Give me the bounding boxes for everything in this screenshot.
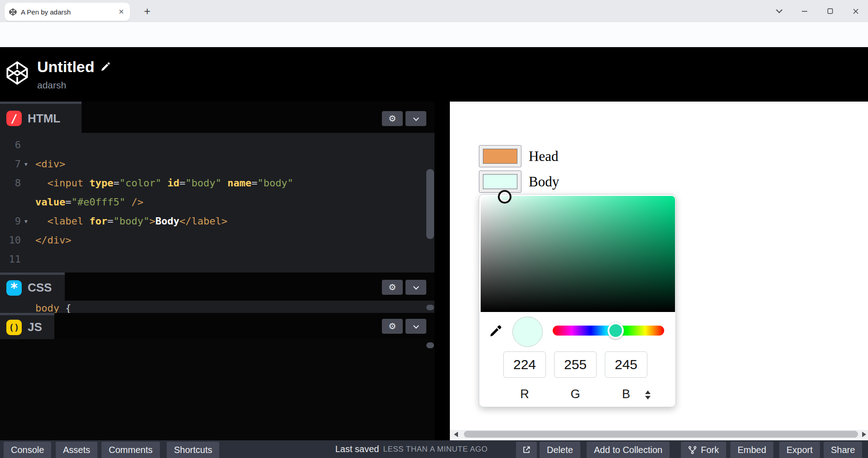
preview-horizontal-scrollbar[interactable] <box>450 430 868 439</box>
browser-nav-bar: codepen.io/adarsh-gupta101/pen/bGJmEmP?e… <box>0 22 868 47</box>
new-tab-button[interactable]: + <box>141 5 153 17</box>
css-editor-tab: * CSS <box>0 273 65 301</box>
code-line[interactable]: 8 <input type="color" id="body" name="bo… <box>0 174 434 193</box>
assets-button[interactable]: Assets <box>56 442 97 458</box>
saturation-value-gradient[interactable] <box>481 196 675 312</box>
eyedropper-icon[interactable] <box>488 322 504 339</box>
window-maximize-button[interactable] <box>820 0 840 22</box>
tab-search-icon[interactable] <box>769 0 790 22</box>
open-preview-button[interactable] <box>516 442 537 458</box>
js-code-editor[interactable] <box>0 339 434 440</box>
html-editor-tab: / HTML <box>0 102 82 133</box>
js-editor-scrollbar[interactable] <box>426 342 434 348</box>
last-saved-status: Last saved LESS THAN A MINUTE AGO <box>335 440 488 458</box>
gradient-selector-circle[interactable] <box>498 190 511 204</box>
share-button[interactable]: Share <box>824 442 862 458</box>
footer-bar: Console Assets Comments Shortcuts Last s… <box>0 440 868 458</box>
scroll-left-arrow[interactable] <box>454 432 458 437</box>
tab-close-icon[interactable]: ✕ <box>117 8 125 16</box>
export-button[interactable]: Export <box>779 442 820 458</box>
codepen-logo[interactable] <box>5 60 29 88</box>
js-settings-button[interactable]: ⚙ <box>382 319 403 334</box>
head-color-input[interactable] <box>479 145 521 167</box>
line-number: 11 <box>0 250 21 269</box>
add-to-collection-button[interactable]: Add to Collection <box>587 442 670 458</box>
blue-label: B <box>605 387 647 401</box>
code-token <box>125 196 131 208</box>
current-color-swatch <box>512 317 543 347</box>
html-icon: / <box>6 111 22 126</box>
code-token: = <box>113 177 119 189</box>
hue-slider-thumb[interactable] <box>608 322 624 339</box>
html-code-editor[interactable]: 67▼<div>8 <input type="color" id="body" … <box>0 133 434 273</box>
window-minimize-button[interactable] <box>794 0 815 22</box>
code-token: "body" <box>185 177 221 189</box>
window-close-button[interactable] <box>845 0 866 22</box>
red-value-input[interactable] <box>503 351 546 378</box>
panel-resize-gutter[interactable] <box>434 102 450 440</box>
js-editor-tab: () JS <box>0 313 54 339</box>
fork-button[interactable]: Fork <box>681 442 726 458</box>
code-token: = <box>65 196 71 208</box>
code-token: = <box>251 177 257 189</box>
code-line[interactable]: 10</div> <box>0 231 434 250</box>
code-line[interactable]: 11 <box>0 250 434 269</box>
code-line[interactable]: 7▼<div> <box>0 155 434 174</box>
green-label: G <box>554 387 597 401</box>
code-token: <label <box>35 215 89 227</box>
codepen-header: Untitled adarsh Save ⚙ Settings <box>0 47 868 102</box>
browser-tab-bar: A Pen by adarsh ✕ + <box>0 0 868 22</box>
html-settings-button[interactable]: ⚙ <box>382 111 403 126</box>
scrollbar-thumb[interactable] <box>464 431 858 438</box>
css-editor-scrollbar[interactable] <box>426 305 434 310</box>
html-collapse-button[interactable] <box>405 111 426 126</box>
fold-caret-icon[interactable]: ▼ <box>24 212 28 231</box>
code-line[interactable]: 6 <box>0 136 434 155</box>
blue-value-input[interactable] <box>605 351 647 378</box>
tab-title: A Pen by adarsh <box>21 8 117 16</box>
codepen-tab-icon <box>9 8 17 16</box>
code-token: id <box>167 177 179 189</box>
js-collapse-button[interactable] <box>405 319 426 334</box>
code-token <box>222 177 227 189</box>
external-link-icon <box>522 445 531 454</box>
code-token: </div> <box>35 234 71 246</box>
code-line[interactable]: value="#e0fff5" /> <box>0 193 434 212</box>
code-token: = <box>179 177 185 189</box>
code-token: "body" <box>257 177 293 189</box>
embed-button[interactable]: Embed <box>730 442 773 458</box>
scroll-right-arrow[interactable] <box>862 432 866 437</box>
color-format-toggle[interactable] <box>645 390 651 400</box>
css-settings-button[interactable]: ⚙ <box>382 280 403 295</box>
pen-author: adarsh <box>37 80 66 91</box>
code-token: type <box>89 177 113 189</box>
red-label: R <box>503 387 546 401</box>
comments-button[interactable]: Comments <box>101 442 160 458</box>
code-token: Body <box>155 215 179 227</box>
line-number: 7 <box>0 155 21 174</box>
code-token: = <box>107 215 113 227</box>
console-button[interactable]: Console <box>4 442 51 458</box>
delete-button[interactable]: Delete <box>540 442 580 458</box>
code-line[interactable]: 9▼ <label for="body">Body</label> <box>0 212 434 231</box>
green-value-input[interactable] <box>554 351 597 378</box>
fold-caret-icon[interactable]: ▼ <box>24 155 28 174</box>
code-token: for <box>89 215 107 227</box>
line-number: 10 <box>0 231 21 250</box>
js-icon: () <box>6 320 22 335</box>
browser-tab[interactable]: A Pen by adarsh ✕ <box>5 3 130 21</box>
editor-column: / HTML ⚙ 67▼<div>8 <input type="color" i… <box>0 102 434 440</box>
code-token: "color" <box>119 177 161 189</box>
shortcuts-button[interactable]: Shortcuts <box>167 442 219 458</box>
hue-slider[interactable] <box>553 326 664 336</box>
screen: A Pen by adarsh ✕ + codepen.io/adarsh-gu… <box>0 0 868 458</box>
code-token: value <box>35 196 65 208</box>
css-code-editor[interactable]: body { <box>0 301 434 313</box>
edit-title-pencil-icon[interactable] <box>100 62 111 72</box>
preview-pane: Head Body R G B <box>450 102 868 440</box>
css-brace: { <box>59 302 72 313</box>
html-editor-scrollbar[interactable] <box>426 169 434 239</box>
code-token: </label> <box>179 215 227 227</box>
css-collapse-button[interactable] <box>405 280 426 295</box>
body-color-input[interactable] <box>479 171 521 193</box>
